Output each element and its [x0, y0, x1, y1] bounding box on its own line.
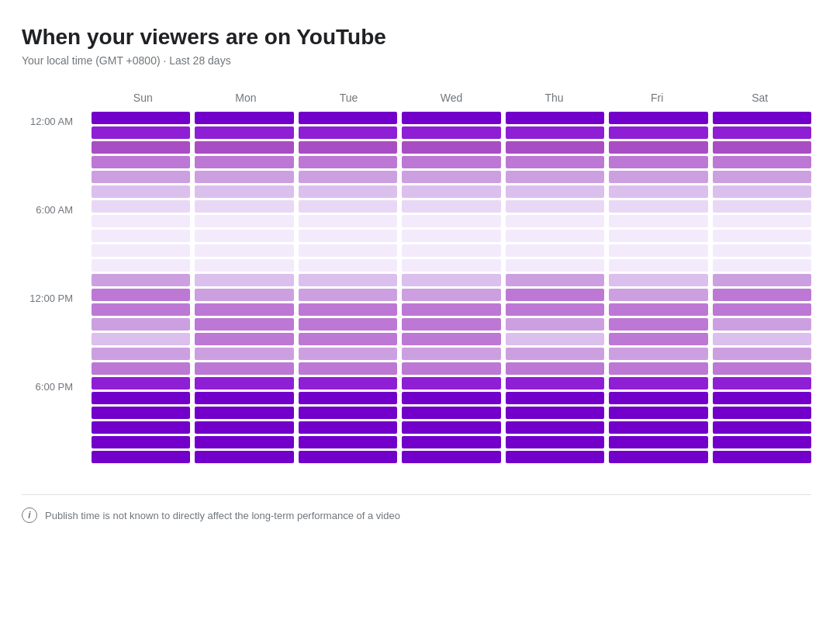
day-column [506, 112, 604, 473]
heat-cell [195, 112, 293, 124]
heat-cell [402, 436, 500, 448]
heat-cell [609, 421, 707, 434]
heat-cell [609, 185, 707, 198]
heat-cell [609, 141, 707, 154]
day-headers: SunMonTueWedThuFriSat [92, 92, 811, 107]
heat-cell [402, 274, 500, 286]
heat-cell [402, 171, 500, 183]
heat-cell [92, 333, 190, 345]
heat-cell [195, 451, 293, 463]
heat-cell [609, 318, 707, 331]
day-header: Thu [503, 92, 606, 107]
day-header: Sat [708, 92, 811, 107]
heat-cell [299, 303, 397, 316]
heat-cell [402, 333, 500, 345]
heat-cell [299, 392, 397, 404]
heat-cell [713, 392, 811, 404]
day-header: Wed [400, 92, 503, 107]
heat-cell [506, 244, 604, 257]
info-icon: i [22, 507, 37, 523]
heat-cell [92, 392, 190, 404]
day-column [299, 112, 397, 473]
heat-cell [195, 289, 293, 301]
heat-cell [713, 436, 811, 448]
day-column [402, 112, 500, 473]
heat-cell [195, 126, 293, 139]
footer-text: Publish time is not known to directly af… [45, 510, 400, 521]
heat-cell [506, 421, 604, 434]
heat-cell [92, 141, 190, 154]
heat-cell [299, 451, 397, 463]
heat-cell [713, 451, 811, 463]
heat-cell [92, 318, 190, 331]
day-header: Tue [297, 92, 400, 107]
heat-cell [402, 451, 500, 463]
heat-cell [609, 112, 707, 124]
heat-cell [506, 377, 604, 390]
heat-cell [713, 156, 811, 168]
heat-cell [506, 230, 604, 242]
heat-cell [195, 392, 293, 404]
heat-cell [506, 274, 604, 286]
heat-cell [609, 377, 707, 390]
heat-cell [299, 318, 397, 331]
heat-cell [92, 156, 190, 168]
day-column [92, 112, 190, 473]
heat-cell [195, 318, 293, 331]
heat-cell [402, 318, 500, 331]
page-container: When your viewers are on YouTube Your lo… [22, 25, 811, 523]
heat-cell [506, 200, 604, 213]
heat-cell [92, 362, 190, 375]
heat-cell [402, 244, 500, 257]
day-header: Mon [195, 92, 298, 107]
heat-cell [299, 141, 397, 154]
heat-cell [402, 126, 500, 139]
divider [22, 494, 811, 495]
heat-cell [92, 112, 190, 124]
heat-cell [92, 171, 190, 183]
heat-cell [92, 215, 190, 227]
heat-cell [402, 141, 500, 154]
heatmap-grid [92, 112, 811, 473]
heat-cell [299, 200, 397, 213]
heat-cell [713, 318, 811, 331]
heat-cell [506, 436, 604, 448]
heat-cell [195, 200, 293, 213]
heat-cell [92, 451, 190, 463]
y-axis: 12:00 AM6:00 AM12:00 PM6:00 PM [22, 92, 92, 473]
heat-cell [506, 171, 604, 183]
heat-cell [92, 421, 190, 434]
heat-cell [195, 156, 293, 168]
heat-cell [299, 407, 397, 419]
heat-cell [713, 126, 811, 139]
heat-cell [609, 274, 707, 286]
heat-cell [299, 259, 397, 272]
heat-cell [402, 377, 500, 390]
heat-cell [299, 348, 397, 360]
heat-cell [506, 348, 604, 360]
heat-cell [92, 185, 190, 198]
heat-cell [299, 377, 397, 390]
heat-cell [506, 141, 604, 154]
heat-cell [299, 362, 397, 375]
heat-cell [299, 215, 397, 227]
heat-cell [402, 392, 500, 404]
heat-cell [402, 303, 500, 316]
heat-cell [609, 200, 707, 213]
heat-cell [195, 274, 293, 286]
heat-cell [195, 185, 293, 198]
y-label: 12:00 PM [29, 293, 82, 303]
subtitle: Your local time (GMT +0800) · Last 28 da… [22, 54, 811, 67]
heat-cell [195, 244, 293, 257]
heat-cell [299, 436, 397, 448]
heat-cell [506, 333, 604, 345]
heat-cell [713, 244, 811, 257]
heat-cell [713, 274, 811, 286]
heat-cell [506, 451, 604, 463]
heat-cell [609, 215, 707, 227]
heat-cell [92, 274, 190, 286]
heat-cell [92, 259, 190, 272]
heat-cell [402, 156, 500, 168]
heat-cell [713, 200, 811, 213]
heat-cell [609, 407, 707, 419]
